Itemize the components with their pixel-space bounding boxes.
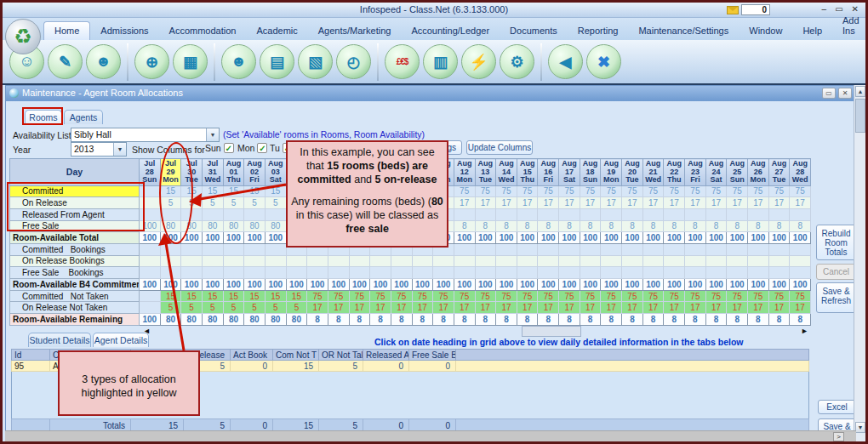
date-header[interactable]: Aug01Thu [223,159,244,186]
availability-list-dropdown[interactable]: Sibly Hall ▼ [71,128,220,142]
day-checkbox-mon[interactable]: Mon✓ [237,143,267,153]
date-header[interactable]: Aug16Fri [538,159,559,186]
checkbox-icon[interactable]: ✓ [257,143,267,153]
accommodation-calendar-icon[interactable]: ▦ [173,44,208,79]
grid-cell[interactable]: 17 [705,197,727,209]
currency-icon[interactable]: £€$ [385,44,420,79]
grid-cell[interactable]: 75 [517,185,538,197]
date-header[interactable]: Aug21Wed [642,159,664,186]
academic-books-icon[interactable]: ▤ [260,44,294,79]
grid-cell[interactable]: 75 [601,185,622,197]
grid-cell[interactable]: 17 [768,197,790,209]
date-header[interactable]: Aug19Mon [601,159,622,186]
year-dropdown[interactable]: 2013 ▼ [71,142,127,157]
grid-cell[interactable]: 75 [664,185,685,197]
students-group-icon[interactable]: ☻ [86,44,121,79]
menu-tab-accounting-ledger[interactable]: Accounting/Ledger [401,22,500,40]
grid-cell[interactable]: 80 [223,220,244,232]
vertical-scrollbar[interactable]: ▲ ▼ [854,85,865,444]
grid-cell[interactable]: 8 [768,220,790,232]
clock-icon[interactable]: ◴ [336,44,371,79]
grid-scrollbar-thumb[interactable] [522,326,581,337]
minimize-button[interactable]: – [822,4,827,14]
scroll-right-small-icon[interactable]: > [833,432,844,441]
grid-cell[interactable]: 8 [580,220,601,232]
date-header[interactable]: Aug03Sat [265,159,286,186]
grid-cell[interactable]: 17 [475,197,496,209]
rebuild-room-totals-button[interactable]: Rebuild Room Totals [816,225,856,260]
date-header[interactable]: Aug14Wed [496,159,517,186]
agent-icon[interactable]: ☻ [221,44,256,79]
bottom-scrollbar[interactable]: > [5,430,856,441]
grid-cell[interactable]: 80 [202,220,223,232]
date-header[interactable]: Aug28Wed [790,159,811,186]
grid-cell[interactable]: 75 [748,185,769,197]
grid-cell[interactable]: 15 [265,185,286,197]
menu-tab-window[interactable]: Window [739,22,792,40]
grid-cell[interactable]: 8 [517,220,538,232]
date-header[interactable]: Aug26Mon [748,159,769,186]
checkbox-icon[interactable]: ✓ [224,143,234,153]
tab-agents[interactable]: Agents [64,110,103,124]
grid-cell[interactable]: 17 [727,197,748,209]
reports-chart-icon[interactable]: ▥ [423,44,458,79]
detail-column-header[interactable]: Com Not T [273,350,319,361]
child-restore-button[interactable]: ▭ [822,88,836,99]
grid-cell[interactable]: 17 [748,197,769,209]
grid-cell[interactable]: 8 [538,220,559,232]
whiteboard-icon[interactable]: ▧ [298,44,333,79]
grid-cell[interactable]: 17 [601,197,622,209]
grid-cell[interactable]: 17 [517,197,538,209]
grid-cell[interactable]: 8 [496,220,517,232]
grid-scroll-right-icon[interactable]: ► [799,326,810,337]
menu-tab-agents-marketing[interactable]: Agents/Marketing [308,22,402,40]
day-checkbox-sun[interactable]: Sun✓ [205,143,234,153]
date-header[interactable]: Aug13Tue [475,159,496,186]
grid-cell[interactable]: 75 [454,185,475,197]
date-header[interactable]: Aug12Mon [454,159,475,186]
grid-cell[interactable]: 5 [244,197,266,209]
child-close-button[interactable]: ✕ [838,88,852,99]
grid-cell[interactable]: 75 [559,185,580,197]
grid-cell[interactable]: 75 [538,185,559,197]
detail-column-header[interactable]: OR Not Tak [319,350,363,361]
grid-cell[interactable]: 75 [685,185,706,197]
date-header[interactable]: Aug17Sat [559,159,580,186]
dropdown-arrow-icon[interactable]: ▼ [206,128,219,141]
grid-cell[interactable]: 80 [244,220,266,232]
menu-tab-maintenance-settings[interactable]: Maintenance/Settings [628,22,739,40]
detail-column-header[interactable]: Released A [363,350,409,361]
grid-cell[interactable]: 75 [580,185,601,197]
grid-cell[interactable]: 17 [642,197,664,209]
detail-column-header[interactable] [456,350,809,361]
date-header[interactable]: Aug23Fri [685,159,706,186]
grid-cell[interactable]: 8 [790,220,811,232]
app-logo-icon[interactable]: ♻ [5,19,41,54]
grid-cell[interactable]: 8 [748,220,769,232]
grid-cell[interactable]: 8 [642,220,664,232]
dropdown-arrow-icon[interactable]: ▼ [113,143,126,156]
tab-student-details[interactable]: Student Details [28,333,91,347]
vertical-scrollbar-thumb[interactable] [855,99,865,133]
grid-cell[interactable]: 75 [705,185,727,197]
menu-tab-academic[interactable]: Academic [246,22,307,40]
date-header[interactable]: Aug18Sun [580,159,601,186]
date-header[interactable]: Aug02Fri [244,159,266,186]
grid-cell[interactable]: 5 [223,197,244,209]
grid-cell[interactable]: 75 [622,185,643,197]
megaphone-icon[interactable]: ◀ [548,44,583,79]
date-header[interactable]: Aug24Sat [705,159,727,186]
grid-cell[interactable]: 17 [580,197,601,209]
date-header[interactable]: Jul31Wed [202,159,223,186]
menu-tab-home[interactable]: Home [43,21,90,40]
grid-cell[interactable]: 75 [496,185,517,197]
grid-cell[interactable]: 17 [685,197,706,209]
grid-cell[interactable]: 17 [790,197,811,209]
tab-agent-details[interactable]: Agent Details [93,333,149,347]
grid-cell[interactable]: 80 [265,220,286,232]
grid-cell[interactable]: 17 [496,197,517,209]
edit-icon[interactable]: ✎ [48,44,83,79]
excel-button[interactable]: Excel [818,400,856,414]
grid-cell[interactable]: 17 [559,197,580,209]
grid-cell[interactable]: 75 [475,185,496,197]
